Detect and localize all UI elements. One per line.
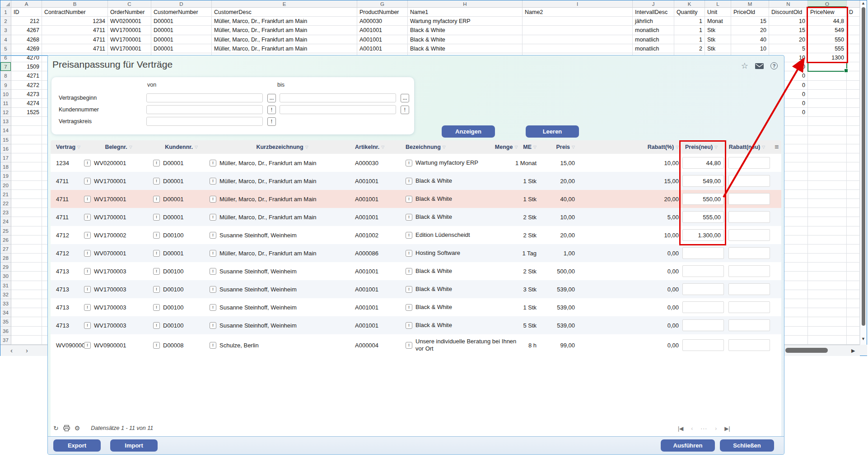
cell-P11[interactable] xyxy=(847,99,860,108)
drilldown-icon[interactable]: ! xyxy=(84,214,91,221)
cell-P6[interactable] xyxy=(847,53,860,62)
kundennummer-von-input[interactable] xyxy=(146,105,263,114)
cell-O27[interactable] xyxy=(808,245,847,254)
input-preisneu[interactable]: 1.300,00 xyxy=(682,229,724,241)
col-header-D[interactable]: D xyxy=(151,0,212,8)
row-header-28[interactable]: 28 xyxy=(0,254,11,263)
cell-P13[interactable] xyxy=(847,117,860,126)
mail-icon[interactable] xyxy=(755,63,764,69)
cell-L4[interactable]: Stk xyxy=(705,35,731,44)
input-preisneu[interactable]: 555,00 xyxy=(682,211,724,223)
favorite-star-icon[interactable]: ☆ xyxy=(741,62,748,70)
input-rabattneu[interactable] xyxy=(728,339,770,351)
input-rabattneu[interactable] xyxy=(728,265,770,277)
cell-P4[interactable] xyxy=(847,35,860,44)
cell-A16[interactable] xyxy=(11,144,42,153)
cell-I3[interactable] xyxy=(523,26,633,35)
drilldown-icon[interactable]: ! xyxy=(210,342,216,349)
cell-O2[interactable]: 44,8 xyxy=(808,17,847,26)
vertical-scrollbar[interactable]: ▲ ▼ xyxy=(860,0,867,345)
cell-A27[interactable] xyxy=(11,245,42,254)
drilldown-icon[interactable]: ! xyxy=(84,196,91,203)
fill-handle[interactable] xyxy=(844,69,848,73)
vertragsbeginn-von-input[interactable] xyxy=(146,93,263,102)
cell-L5[interactable]: Stk xyxy=(705,44,731,53)
cell-P17[interactable] xyxy=(847,153,860,162)
row-header-9[interactable]: 9 xyxy=(0,81,11,90)
cell-P36[interactable] xyxy=(847,327,860,336)
cell-E1[interactable]: CustomerDesc xyxy=(212,8,357,17)
cell-N4[interactable]: 20 xyxy=(769,35,808,44)
lookup-icon[interactable]: ! xyxy=(401,106,409,114)
cell-O25[interactable] xyxy=(808,226,847,235)
table-row[interactable]: 4712!WV0700001!D00001!Müller, Marco, Dr.… xyxy=(51,244,781,262)
col-header-G[interactable]: G xyxy=(357,0,408,8)
vertragskreis-input[interactable] xyxy=(146,117,263,126)
row-header-23[interactable]: 23 xyxy=(0,208,11,217)
drilldown-icon[interactable]: ! xyxy=(406,178,412,185)
row-header-7[interactable]: 7 xyxy=(0,62,11,71)
cell-B2[interactable]: 1234 xyxy=(42,17,108,26)
filter-funnel-icon[interactable]: ▽ xyxy=(762,145,765,149)
drilldown-icon[interactable]: ! xyxy=(406,286,412,293)
cell-A1[interactable]: ID xyxy=(11,8,42,17)
row-header-26[interactable]: 26 xyxy=(0,235,11,245)
cell-O4[interactable]: 550 xyxy=(808,35,847,44)
cell-P16[interactable] xyxy=(847,144,860,153)
col-header-C[interactable]: C xyxy=(108,0,151,8)
cell-O24[interactable] xyxy=(808,217,847,226)
leeren-button[interactable]: Leeren xyxy=(526,125,579,138)
cell-P37[interactable] xyxy=(847,336,860,345)
cell-O10[interactable] xyxy=(808,90,847,99)
cell-A13[interactable] xyxy=(11,117,42,126)
input-rabattneu[interactable] xyxy=(728,211,770,223)
cell-O8[interactable] xyxy=(808,71,847,80)
cell-H4[interactable]: Black & White xyxy=(408,35,523,44)
cell-A5[interactable]: 4269 xyxy=(11,44,42,53)
cell-P34[interactable] xyxy=(847,308,860,317)
cell-O26[interactable] xyxy=(808,235,847,245)
cell-P31[interactable] xyxy=(847,281,860,290)
cell-E3[interactable]: Müller, Marco, Dr., Frankfurt am Main xyxy=(212,26,357,35)
drilldown-icon[interactable]: ! xyxy=(153,250,160,257)
cell-J2[interactable]: jährlich xyxy=(633,17,674,26)
col-header-O[interactable]: O xyxy=(808,0,847,8)
refresh-icon[interactable]: ↻ xyxy=(53,425,59,432)
table-header-rabattneu[interactable]: Rabatt(neu)▽ xyxy=(724,144,770,150)
cell-P21[interactable] xyxy=(847,190,860,199)
drilldown-icon[interactable]: ! xyxy=(84,286,91,293)
cell-N3[interactable]: 15 xyxy=(769,26,808,35)
cell-H3[interactable]: Black & White xyxy=(408,26,523,35)
cell-A18[interactable] xyxy=(11,162,42,171)
cell-A19[interactable] xyxy=(11,171,42,180)
kundennummer-bis-input[interactable] xyxy=(280,105,396,114)
drilldown-icon[interactable]: ! xyxy=(406,268,412,275)
cell-I4[interactable] xyxy=(523,35,633,44)
table-row[interactable]: 4711!WV1700001!D00001!Müller, Marco, Dr.… xyxy=(51,172,781,190)
cell-D2[interactable]: D00001 xyxy=(151,17,212,26)
horizontal-scrollbar-thumb[interactable] xyxy=(785,348,828,353)
cell-O36[interactable] xyxy=(808,327,847,336)
help-icon[interactable]: ? xyxy=(770,62,778,69)
filter-funnel-icon[interactable]: ▽ xyxy=(714,145,718,149)
cell-A34[interactable] xyxy=(11,308,42,317)
cell-B1[interactable]: ContractNumber xyxy=(42,8,108,17)
cell-O28[interactable] xyxy=(808,254,847,263)
cell-P22[interactable] xyxy=(847,199,860,208)
input-rabattneu[interactable] xyxy=(728,301,770,313)
drilldown-icon[interactable]: ! xyxy=(406,232,412,239)
table-header-kundennr[interactable]: Kundennr.▽ xyxy=(153,144,210,150)
cell-D5[interactable]: D00001 xyxy=(151,44,212,53)
cell-K3[interactable]: 1 xyxy=(674,26,705,35)
cell-O6[interactable]: 1300 xyxy=(808,53,847,62)
table-row[interactable]: 4713!WV1700003!D00100!Susanne Steinhoff,… xyxy=(51,298,781,316)
cell-P20[interactable] xyxy=(847,181,860,190)
cell-I5[interactable] xyxy=(523,44,633,53)
filter-funnel-icon[interactable]: ▽ xyxy=(129,145,132,149)
cell-H1[interactable]: Name1 xyxy=(408,8,523,17)
cell-O14[interactable] xyxy=(808,126,847,135)
cell-A28[interactable] xyxy=(11,254,42,263)
drilldown-icon[interactable]: ! xyxy=(210,178,216,185)
cell-P30[interactable] xyxy=(847,272,860,281)
cell-P9[interactable] xyxy=(847,81,860,90)
